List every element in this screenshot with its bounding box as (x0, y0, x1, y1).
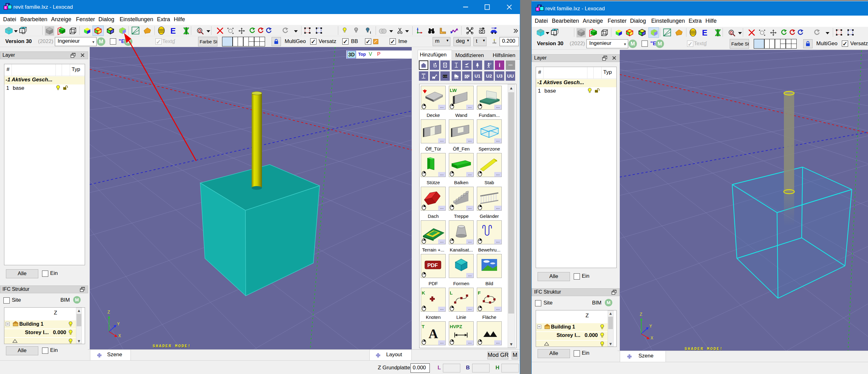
svg-text:E: E (702, 29, 707, 37)
svg-text:LW: LW (450, 88, 457, 93)
svg-text:z: z (23, 26, 24, 29)
svg-text:0: 0 (490, 62, 492, 65)
svg-text:X: X (651, 336, 653, 341)
svg-text:F: F (478, 290, 480, 295)
svg-text:A: A (429, 327, 438, 341)
svg-text:Q: Q (730, 31, 733, 35)
svg-text:z: z (554, 28, 556, 31)
svg-text:Y: Y (649, 324, 652, 329)
svg-text:PDF: PDF (427, 262, 438, 268)
svg-text:L: L (450, 290, 453, 295)
svg-text:T: T (422, 324, 425, 329)
svg-text:K: K (422, 290, 425, 295)
svg-text:HVPZ: HVPZ (450, 324, 462, 329)
svg-text:Z: Z (107, 310, 110, 315)
svg-text:X: X (118, 334, 121, 339)
svg-text:Y: Y (117, 322, 120, 327)
svg-text:i: i (370, 31, 371, 34)
svg-text:Z: Z (640, 312, 642, 317)
